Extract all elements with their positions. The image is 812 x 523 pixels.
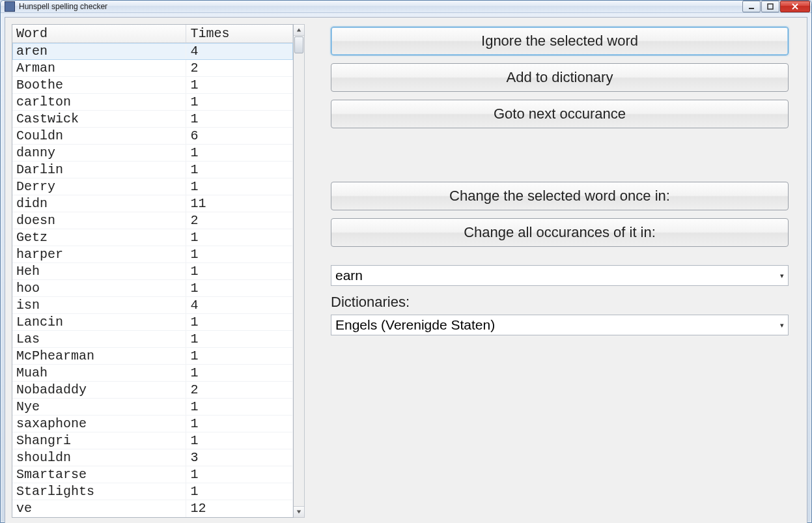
header-word[interactable]: Word bbox=[12, 25, 186, 43]
cell-word: Couldn bbox=[12, 128, 186, 145]
cell-times: 2 bbox=[186, 382, 293, 399]
table-row[interactable]: doesn2 bbox=[12, 212, 293, 229]
cell-times: 1 bbox=[186, 280, 293, 297]
window-title: Hunspell spelling checker bbox=[19, 2, 742, 11]
window-controls bbox=[742, 1, 810, 12]
table-row[interactable]: Starlights1 bbox=[12, 483, 293, 500]
table-row[interactable]: shouldn3 bbox=[12, 449, 293, 466]
cell-times: 1 bbox=[186, 111, 293, 128]
cell-times: 2 bbox=[186, 212, 293, 229]
client-area: Word Times aren4Arman2Boothe1carlton1Cas… bbox=[5, 17, 807, 523]
cell-times: 1 bbox=[186, 416, 293, 432]
cell-times: 1 bbox=[186, 162, 293, 178]
table-row[interactable]: carlton1 bbox=[12, 94, 293, 111]
chevron-down-icon: ▾ bbox=[780, 321, 784, 330]
table-row[interactable]: Arman2 bbox=[12, 60, 293, 77]
maximize-button[interactable] bbox=[761, 1, 779, 12]
cell-times: 2 bbox=[186, 60, 293, 77]
cell-times: 1 bbox=[186, 399, 293, 416]
cell-word: Starlights bbox=[12, 483, 186, 500]
table-row[interactable]: isn4 bbox=[12, 297, 293, 314]
cell-word: Nye bbox=[12, 399, 186, 416]
table-row[interactable]: Castwick1 bbox=[12, 111, 293, 128]
cell-times: 1 bbox=[186, 263, 293, 280]
cell-word: saxaphone bbox=[12, 416, 186, 432]
cell-word: doesn bbox=[12, 212, 186, 229]
ignore-button[interactable]: Ignore the selected word bbox=[331, 27, 789, 55]
table-row[interactable]: Las1 bbox=[12, 331, 293, 348]
cell-times: 6 bbox=[186, 128, 293, 145]
titlebar[interactable]: Hunspell spelling checker bbox=[1, 1, 811, 13]
app-icon bbox=[5, 1, 15, 12]
cell-word: didn bbox=[12, 195, 186, 212]
cell-word: aren bbox=[12, 43, 186, 60]
table-row[interactable]: McPhearman1 bbox=[12, 348, 293, 365]
close-button[interactable] bbox=[780, 1, 810, 12]
table-row[interactable]: Lancin1 bbox=[12, 314, 293, 331]
header-times[interactable]: Times bbox=[186, 25, 293, 43]
change-all-button[interactable]: Change all occurances of it in: bbox=[331, 218, 789, 247]
svg-rect-0 bbox=[749, 8, 754, 9]
scroll-thumb[interactable] bbox=[294, 36, 303, 53]
table-row[interactable]: aren4 bbox=[12, 43, 293, 60]
vertical-scrollbar[interactable] bbox=[294, 24, 305, 518]
table-row[interactable]: didn11 bbox=[12, 195, 293, 212]
word-table[interactable]: Word Times aren4Arman2Boothe1carlton1Cas… bbox=[12, 25, 293, 517]
actions-pane: Ignore the selected word Add to dictiona… bbox=[331, 24, 800, 518]
dictionaries-combo[interactable]: Engels (Verenigde Staten) ▾ bbox=[331, 315, 789, 335]
cell-times: 1 bbox=[186, 94, 293, 111]
table-row[interactable]: Darlin1 bbox=[12, 162, 293, 178]
table-row[interactable]: Muah1 bbox=[12, 365, 293, 382]
table-row[interactable]: Getz1 bbox=[12, 229, 293, 246]
cell-times: 3 bbox=[186, 449, 293, 466]
cell-times: 1 bbox=[186, 246, 293, 263]
table-row[interactable]: harper1 bbox=[12, 246, 293, 263]
scroll-up-button[interactable] bbox=[294, 25, 304, 36]
table-row[interactable]: Nye1 bbox=[12, 399, 293, 416]
cell-word: carlton bbox=[12, 94, 186, 111]
cell-times: 1 bbox=[186, 348, 293, 365]
change-once-button[interactable]: Change the selected word once in: bbox=[331, 182, 789, 210]
word-table-wrap: Word Times aren4Arman2Boothe1carlton1Cas… bbox=[12, 24, 294, 518]
table-row[interactable]: Couldn6 bbox=[12, 128, 293, 145]
cell-times: 1 bbox=[186, 145, 293, 162]
chevron-down-icon: ▾ bbox=[780, 272, 784, 280]
cell-word: Getz bbox=[12, 229, 186, 246]
suggestion-combo[interactable]: earn ▾ bbox=[331, 265, 789, 286]
goto-next-button[interactable]: Goto next occurance bbox=[331, 100, 789, 128]
table-row[interactable]: hoo1 bbox=[12, 280, 293, 297]
table-row[interactable]: danny1 bbox=[12, 145, 293, 162]
cell-word: shouldn bbox=[12, 449, 186, 466]
table-row[interactable]: ve12 bbox=[12, 500, 293, 517]
cell-times: 1 bbox=[186, 331, 293, 348]
cell-times: 1 bbox=[186, 483, 293, 500]
svg-rect-1 bbox=[768, 4, 773, 9]
cell-times: 11 bbox=[186, 195, 293, 212]
cell-word: isn bbox=[12, 297, 186, 314]
cell-times: 1 bbox=[186, 365, 293, 382]
app-window: Hunspell spelling checker Word Times bbox=[0, 0, 812, 523]
cell-word: harper bbox=[12, 246, 186, 263]
cell-word: danny bbox=[12, 145, 186, 162]
cell-word: Castwick bbox=[12, 111, 186, 128]
cell-word: Arman bbox=[12, 60, 186, 77]
cell-times: 1 bbox=[186, 466, 293, 483]
suggestion-value: earn bbox=[335, 268, 363, 283]
add-dictionary-button[interactable]: Add to dictionary bbox=[331, 63, 789, 92]
cell-word: Boothe bbox=[12, 77, 186, 94]
cell-word: Derry bbox=[12, 178, 186, 195]
scroll-down-button[interactable] bbox=[294, 506, 304, 517]
cell-word: Lancin bbox=[12, 314, 186, 331]
table-row[interactable]: saxaphone1 bbox=[12, 416, 293, 432]
table-row[interactable]: Boothe1 bbox=[12, 77, 293, 94]
table-row[interactable]: Heh1 bbox=[12, 263, 293, 280]
table-row[interactable]: Nobadaddy2 bbox=[12, 382, 293, 399]
table-row[interactable]: Shangri1 bbox=[12, 432, 293, 449]
cell-times: 1 bbox=[186, 77, 293, 94]
cell-times: 1 bbox=[186, 229, 293, 246]
table-row[interactable]: Derry1 bbox=[12, 178, 293, 195]
minimize-button[interactable] bbox=[742, 1, 761, 12]
table-row[interactable]: Smartarse1 bbox=[12, 466, 293, 483]
cell-word: McPhearman bbox=[12, 348, 186, 365]
word-list-pane: Word Times aren4Arman2Boothe1carlton1Cas… bbox=[12, 24, 305, 518]
